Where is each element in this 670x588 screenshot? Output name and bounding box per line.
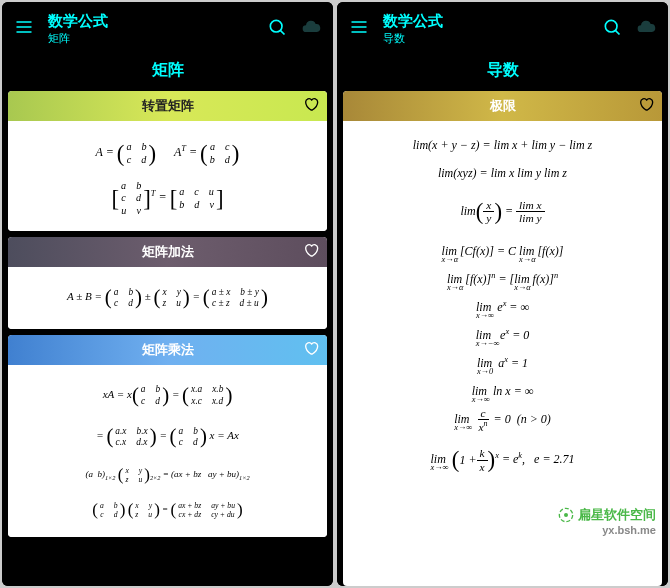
card-header[interactable]: 矩阵乘法 (8, 335, 327, 365)
formula: (a b)1×2 (xyzu)2×2 = (ax + bz ay + bu)1×… (14, 460, 321, 491)
card-transpose: 转置矩阵 A = (abcd) AT = (acbd) [abcduv]T = … (8, 91, 327, 231)
phone-left: 数学公式 矩阵 矩阵 转置矩阵 A = (abcd) AT = ( (2, 2, 333, 586)
appbar: 数学公式 导数 (337, 2, 668, 54)
formula: limx→∞ (1 + kx)x = ek, e = 2.71 (349, 437, 656, 483)
menu-icon[interactable] (349, 17, 369, 41)
formula: lim(xyz) = lim x lim y lim z (349, 161, 656, 185)
svg-point-3 (270, 20, 282, 32)
card-header[interactable]: 矩阵加法 (8, 237, 327, 267)
formula: limx→∞ cxn = 0 (n > 0) (349, 407, 656, 434)
content-area: 极限 lim(x + y − z) = lim x + lim y − lim … (337, 91, 668, 586)
formula: limx→−∞ ex = 0 (349, 323, 656, 347)
app-subtitle: 导数 (383, 31, 588, 46)
appbar: 数学公式 矩阵 (2, 2, 333, 54)
cloud-upload-icon[interactable] (636, 17, 656, 41)
card-title: 矩阵加法 (18, 243, 317, 261)
phone-right: 数学公式 导数 导数 极限 lim(x + y − z) = lim x + l… (337, 2, 668, 586)
card-title: 转置矩阵 (18, 97, 317, 115)
formula: lim(x + y − z) = lim x + lim y − lim z (349, 133, 656, 157)
formula: limx→∞ ex = ∞ (349, 295, 656, 319)
card-body: xA = x(abcd) = (x.ax.bx.cx.d) = (a.xb.xc… (8, 365, 327, 538)
formula: [abcduv]T = [acubdv] (14, 178, 321, 219)
card-title: 极限 (353, 97, 652, 115)
card-limits: 极限 lim(x + y − z) = lim x + lim y − lim … (343, 91, 662, 586)
page-header: 导数 (337, 54, 668, 91)
card-header[interactable]: 极限 (343, 91, 662, 121)
formula: xA = x(abcd) = (x.ax.bx.cx.d) (14, 377, 321, 415)
formula: limx→α [Cf(x)] = C limx→α [f(x)] (349, 239, 656, 263)
formula: (abcd) (xyzu) = (ax + bzay + bucx + dzcy… (14, 495, 321, 526)
formula: = (a.xb.xc.xd.x) = (abcd) x = Ax (14, 418, 321, 456)
content-area: 转置矩阵 A = (abcd) AT = (acbd) [abcduv]T = … (2, 91, 333, 586)
favorite-icon[interactable] (638, 96, 654, 116)
title-block: 数学公式 矩阵 (48, 12, 253, 46)
card-multiplication: 矩阵乘法 xA = x(abcd) = (x.ax.bx.cx.d) = (a.… (8, 335, 327, 538)
formula: A ± B = (abcd) ± (xyzu) = (a ± xb ± yc ±… (14, 279, 321, 317)
formula: A = (abcd) AT = (acbd) (14, 133, 321, 174)
card-body: A = (abcd) AT = (acbd) [abcduv]T = [acub… (8, 121, 327, 231)
formula: lim(xy) = lim xlim y (349, 189, 656, 235)
svg-line-4 (280, 30, 284, 34)
formula: limx→∞ ln x = ∞ (349, 379, 656, 403)
app-title: 数学公式 (48, 12, 253, 31)
app-subtitle: 矩阵 (48, 31, 253, 46)
card-addition: 矩阵加法 A ± B = (abcd) ± (xyzu) = (a ± xb ±… (8, 237, 327, 329)
cloud-upload-icon[interactable] (301, 17, 321, 41)
formula: limx→0 ax = 1 (349, 351, 656, 375)
card-body: A ± B = (abcd) ± (xyzu) = (a ± xb ± yc ±… (8, 267, 327, 329)
formula: limx→α [f(x)]n = [limx→α f(x)]n (349, 267, 656, 291)
favorite-icon[interactable] (303, 96, 319, 116)
search-icon[interactable] (602, 17, 622, 41)
favorite-icon[interactable] (303, 340, 319, 360)
favorite-icon[interactable] (303, 242, 319, 262)
menu-icon[interactable] (14, 17, 34, 41)
app-title: 数学公式 (383, 12, 588, 31)
svg-point-8 (605, 20, 617, 32)
page-header: 矩阵 (2, 54, 333, 91)
svg-line-9 (615, 30, 619, 34)
card-header[interactable]: 转置矩阵 (8, 91, 327, 121)
card-title: 矩阵乘法 (18, 341, 317, 359)
search-icon[interactable] (267, 17, 287, 41)
card-body: lim(x + y − z) = lim x + lim y − lim z l… (343, 121, 662, 495)
title-block: 数学公式 导数 (383, 12, 588, 46)
